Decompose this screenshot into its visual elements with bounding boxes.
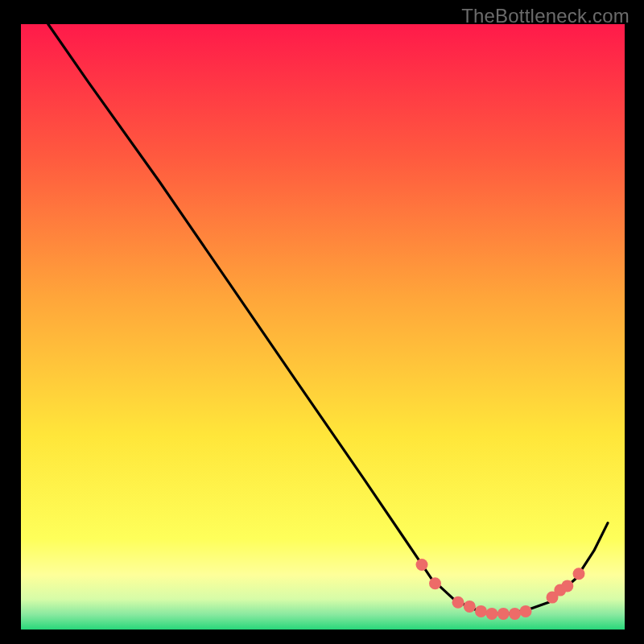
- data-point: [561, 580, 573, 592]
- data-point: [475, 605, 487, 617]
- data-point: [573, 568, 585, 580]
- data-point: [416, 559, 428, 571]
- data-point: [520, 605, 532, 617]
- data-point: [429, 577, 441, 589]
- data-point: [497, 608, 510, 620]
- chart-svg: [0, 0, 644, 644]
- watermark-text: TheBottleneck.com: [461, 5, 630, 27]
- data-point: [452, 597, 464, 609]
- data-point: [464, 601, 476, 613]
- data-point: [509, 608, 521, 620]
- chart-container: TheBottleneck.com: [0, 0, 644, 644]
- data-point: [486, 608, 498, 620]
